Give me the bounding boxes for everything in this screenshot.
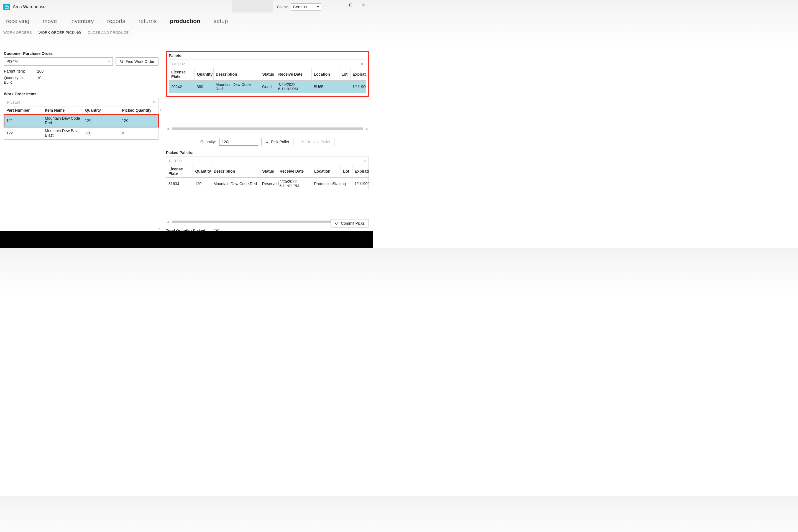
app-title: Arca Warehouse: [13, 4, 46, 10]
find-label: Find Work Order: [126, 59, 154, 64]
svg-point-5: [120, 60, 122, 62]
quantity-value: 120: [222, 140, 228, 144]
maximize-button[interactable]: [344, 1, 357, 9]
nav-move[interactable]: move: [43, 18, 57, 24]
unpick-pallet-button[interactable]: Un-pick Pallet: [297, 138, 335, 146]
clear-icon[interactable]: ✕: [363, 159, 366, 163]
pallets-table: FILTER ✕ License PlateQuantityDescriptio…: [169, 60, 366, 93]
right-pane: Pallets: FILTER ✕ License PlateQuantityD…: [166, 51, 369, 231]
column-header[interactable]: Description: [211, 165, 260, 177]
column-header[interactable]: Item Name: [43, 107, 83, 114]
column-header[interactable]: Receive Date: [276, 68, 311, 81]
client-select[interactable]: Cerritus: [291, 3, 321, 11]
filter-placeholder: FILTER: [169, 159, 182, 163]
picked-filter-input[interactable]: FILTER ✕: [166, 157, 368, 165]
parent-item-label: Parent Item:: [4, 69, 32, 73]
quantity-input[interactable]: 120: [219, 138, 258, 146]
qty-build-label: Quantity to Build:: [4, 76, 32, 84]
table-row[interactable]: 122Mountain Dew Baja Blast1200: [4, 127, 158, 139]
search-icon: [120, 60, 124, 63]
pallets-hscroll[interactable]: ◀ ▶: [166, 127, 369, 131]
table-row[interactable]: 31634120Mountain Dew Code RedReserved4/2…: [166, 177, 368, 190]
main-nav: receivingmoveinventoryreportsreturnsprod…: [0, 14, 373, 31]
scroll-right-icon[interactable]: ▶: [365, 127, 369, 131]
close-button[interactable]: [357, 1, 370, 9]
subnav-item[interactable]: CLOSE AND PRODUCE: [88, 31, 129, 35]
client-selected: Cerritus: [293, 5, 307, 9]
scroll-up-icon[interactable]: ▲: [159, 108, 162, 111]
items-filter-input[interactable]: FILTER ✕: [4, 98, 158, 107]
chevron-down-icon[interactable]: ▼: [158, 227, 161, 230]
po-value: PO776: [6, 59, 19, 64]
nav-returns[interactable]: returns: [138, 18, 156, 24]
column-header[interactable]: Lot: [341, 165, 353, 177]
titlebar: Arca Warehouse Client: Cerritus: [0, 0, 373, 14]
nav-production[interactable]: production: [170, 18, 200, 24]
scroll-left-icon[interactable]: ◀: [166, 220, 170, 224]
column-header[interactable]: Status: [260, 165, 277, 177]
clear-icon[interactable]: ✕: [108, 59, 111, 64]
commit-label: Commit Picks: [341, 221, 365, 226]
nav-reports[interactable]: reports: [107, 18, 125, 24]
client-label: Client:: [277, 5, 288, 9]
pick-label: Pick Pallet: [271, 140, 289, 144]
clear-icon[interactable]: ✕: [360, 62, 363, 66]
parent-item-value: 208: [37, 69, 43, 73]
column-header[interactable]: Quantity: [194, 68, 213, 81]
svg-rect-0: [5, 6, 8, 8]
minimize-button[interactable]: [332, 1, 344, 9]
unpick-label: Un-pick Pallet: [306, 140, 330, 144]
column-header[interactable]: Expirati: [350, 68, 366, 81]
app-icon: [3, 4, 10, 10]
nav-receiving[interactable]: receiving: [6, 18, 30, 24]
filter-placeholder: FILTER: [172, 62, 185, 66]
column-header[interactable]: Receive Date: [277, 165, 312, 177]
arrow-down-icon: [265, 140, 269, 144]
column-header[interactable]: License Plate: [166, 165, 193, 177]
picked-pallets-table: FILTER ✕ License PlateQuantityDescriptio…: [166, 156, 369, 190]
left-pane: Customer Purchase Order: PO776 ✕ Find Wo…: [4, 51, 160, 231]
inactive-tab[interactable]: [232, 0, 273, 13]
picked-pallets-label: Picked Pallets:: [166, 150, 369, 155]
column-header[interactable]: License Plate: [169, 68, 194, 81]
svg-rect-2: [350, 4, 352, 6]
bottom-bar: [0, 231, 373, 248]
column-header[interactable]: Picked Quantity: [120, 107, 158, 114]
subnav-item[interactable]: WORK ORDERS: [3, 31, 32, 35]
column-header[interactable]: Location: [311, 68, 339, 81]
subnav-item[interactable]: WORK ORDER PICKING: [39, 31, 81, 35]
column-header[interactable]: Lot: [339, 68, 350, 81]
po-input[interactable]: PO776 ✕: [4, 57, 113, 66]
pallets-label: Pallets:: [169, 54, 366, 58]
work-order-items-table: FILTER ✕ Part NumberItem NameQuantityPic…: [4, 98, 158, 140]
find-work-order-button[interactable]: Find Work Order: [116, 57, 158, 66]
sub-nav: WORK ORDERSWORK ORDER PICKINGCLOSE AND P…: [0, 31, 373, 40]
filter-placeholder: FILTER: [7, 100, 20, 104]
column-header[interactable]: Quantity: [193, 165, 211, 177]
window-controls: [332, 1, 370, 9]
table-row[interactable]: 20242380Mountain Dew Code RedGood4/25/20…: [169, 81, 366, 93]
pallets-highlight: Pallets: FILTER ✕ License PlateQuantityD…: [166, 51, 369, 97]
scroll-left-icon[interactable]: ◀: [166, 127, 170, 131]
table-row[interactable]: 121Mountain Dew Code Red120120: [4, 114, 158, 127]
clear-icon[interactable]: ✕: [153, 100, 156, 104]
column-header[interactable]: Location: [312, 165, 341, 177]
check-icon: [335, 222, 339, 225]
column-header[interactable]: Quantity: [83, 107, 120, 114]
pallets-filter-input[interactable]: FILTER ✕: [169, 60, 366, 68]
nav-setup[interactable]: setup: [214, 18, 228, 24]
commit-picks-button[interactable]: Commit Picks: [330, 219, 369, 227]
column-header[interactable]: Part Number: [4, 107, 43, 114]
quantity-label: Quantity:: [200, 140, 216, 144]
qty-build-value: 10: [37, 76, 41, 84]
column-header[interactable]: Description: [213, 68, 260, 81]
pane-divider: [163, 54, 163, 231]
column-header[interactable]: Status: [260, 68, 276, 81]
work-order-items-label: Work Order Items:: [4, 92, 158, 96]
column-header[interactable]: Expirati: [353, 165, 368, 177]
svg-line-6: [122, 62, 123, 63]
pick-pallet-button[interactable]: Pick Pallet: [261, 138, 293, 146]
arrow-up-icon: [301, 140, 304, 144]
nav-inventory[interactable]: inventory: [70, 18, 94, 24]
chevron-down-icon: [317, 5, 319, 8]
